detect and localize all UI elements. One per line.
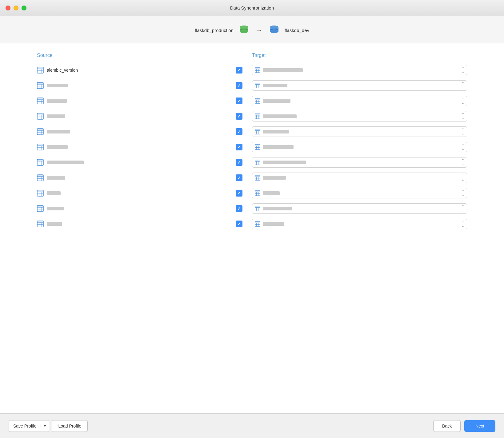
svg-rect-43 [255, 98, 260, 100]
chevron-down-icon: ⌃⌄ [462, 220, 464, 228]
target-dropdown-2[interactable]: ⌃⌄ [252, 80, 467, 91]
target-value-blurred [263, 99, 290, 103]
checked-icon[interactable] [236, 159, 242, 166]
source-cell [37, 144, 226, 150]
table-grid-icon [37, 67, 44, 74]
target-value-blurred [263, 176, 286, 180]
row-checkbox-11[interactable] [226, 221, 252, 227]
target-dropdown-9[interactable]: ⌃⌄ [252, 188, 467, 198]
target-dropdown-8[interactable]: ⌃⌄ [252, 173, 467, 183]
svg-rect-97 [37, 175, 43, 177]
target-dropdown-11[interactable]: ⌃⌄ [252, 219, 467, 229]
table-row: ⌃⌄ [37, 125, 467, 138]
target-select-inner [255, 144, 462, 150]
save-profile-dropdown-arrow[interactable]: ▾ [41, 424, 49, 428]
checked-icon[interactable] [236, 221, 242, 227]
target-cell: ⌃⌄ [252, 173, 467, 183]
source-cell [37, 205, 226, 212]
table-row: ⌃⌄ [37, 141, 467, 153]
source-cell [37, 190, 226, 197]
target-cell: ⌃⌄ [252, 65, 467, 75]
maximize-button[interactable] [22, 6, 26, 10]
target-select-inner [255, 190, 462, 196]
row-checkbox-7[interactable] [226, 159, 252, 166]
svg-rect-49 [37, 113, 43, 115]
target-cell: ⌃⌄ [252, 111, 467, 121]
checked-icon[interactable] [236, 67, 242, 74]
table-row: ⌃⌄ [37, 156, 467, 169]
table-row: ⌃⌄ [37, 187, 467, 200]
checked-icon[interactable] [236, 128, 242, 135]
row-checkbox-10[interactable] [226, 205, 252, 212]
checked-icon[interactable] [236, 174, 242, 181]
target-dropdown-7[interactable]: ⌃⌄ [252, 157, 467, 168]
source-name-blurred [47, 84, 68, 87]
svg-rect-31 [255, 83, 260, 85]
target-value-blurred [263, 222, 284, 226]
checked-icon[interactable] [236, 113, 242, 120]
source-name-blurred [47, 161, 84, 164]
row-checkbox-2[interactable] [226, 82, 252, 89]
svg-rect-85 [37, 159, 43, 161]
checked-icon[interactable] [236, 190, 242, 197]
row-checkbox-8[interactable] [226, 174, 252, 181]
target-value-blurred [263, 114, 297, 118]
window-title: Data Synchronization [230, 5, 274, 10]
target-select-inner [255, 175, 462, 181]
checked-icon[interactable] [236, 144, 242, 150]
save-profile-button[interactable]: Save Profile ▾ [9, 420, 49, 432]
table-grid-icon [37, 82, 44, 89]
close-button[interactable] [6, 6, 10, 10]
source-table-name: alembic_version [47, 68, 78, 73]
checked-icon[interactable] [236, 205, 242, 212]
row-checkbox-5[interactable] [226, 128, 252, 135]
target-dropdown-5[interactable]: ⌃⌄ [252, 126, 467, 137]
row-checkbox-1[interactable] [226, 67, 252, 74]
row-checkbox-3[interactable] [226, 98, 252, 104]
row-checkbox-4[interactable] [226, 113, 252, 120]
source-column-header: Source [37, 53, 230, 58]
chevron-down-icon: ⌃⌄ [462, 189, 464, 197]
svg-point-1 [240, 29, 248, 33]
chevron-down-icon: ⌃⌄ [462, 97, 464, 105]
target-cell: ⌃⌄ [252, 203, 467, 214]
chevron-down-icon: ⌃⌄ [462, 128, 464, 136]
svg-rect-73 [37, 144, 43, 146]
row-checkbox-9[interactable] [226, 190, 252, 197]
row-checkbox-6[interactable] [226, 144, 252, 150]
target-dropdown-4[interactable]: ⌃⌄ [252, 111, 467, 121]
source-cell: alembic_version [37, 67, 226, 74]
checked-icon[interactable] [236, 98, 242, 104]
source-db-icon [237, 23, 251, 37]
target-dropdown-1[interactable]: ⌃⌄ [252, 65, 467, 75]
target-dropdown-6[interactable]: ⌃⌄ [252, 142, 467, 152]
source-name-blurred [47, 145, 68, 149]
table-row: ⌃⌄ [37, 110, 467, 123]
next-button[interactable]: Next [464, 420, 495, 432]
source-db-name: flaskdb_production [195, 28, 234, 33]
svg-rect-61 [37, 129, 43, 130]
target-cell: ⌃⌄ [252, 219, 467, 229]
checked-icon[interactable] [236, 82, 242, 89]
load-profile-button[interactable]: Load Profile [52, 420, 88, 432]
source-name-blurred [47, 176, 65, 180]
target-dropdown-10[interactable]: ⌃⌄ [252, 203, 467, 214]
target-value-blurred [263, 68, 303, 72]
source-name-blurred [47, 191, 61, 195]
chevron-down-icon: ⌃⌄ [462, 112, 464, 120]
target-dropdown-3[interactable]: ⌃⌄ [252, 96, 467, 106]
svg-rect-91 [255, 160, 260, 161]
svg-rect-109 [37, 190, 43, 192]
table-grid-icon [37, 190, 44, 197]
target-cell: ⌃⌄ [252, 142, 467, 152]
target-select-inner [255, 67, 462, 73]
table-grid-icon [37, 159, 44, 166]
target-column-header: Target [252, 53, 467, 58]
title-bar: Data Synchronization [0, 0, 504, 16]
source-name-blurred [47, 99, 67, 103]
table-grid-icon [37, 98, 44, 104]
back-button[interactable]: Back [433, 420, 461, 432]
source-name-blurred [47, 222, 62, 226]
target-value-blurred [263, 130, 289, 133]
minimize-button[interactable] [14, 6, 18, 10]
